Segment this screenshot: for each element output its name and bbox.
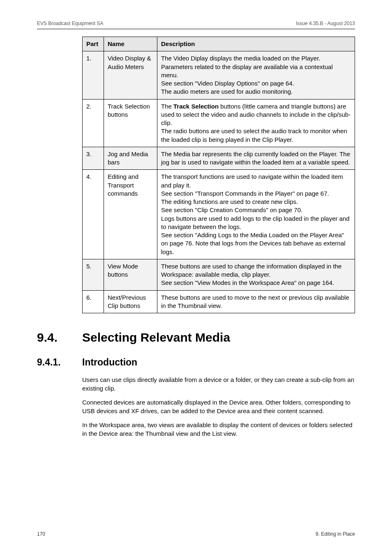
cell-part: 1. <box>83 51 104 99</box>
body-paragraph: Connected devices are automatically disp… <box>82 398 355 415</box>
running-header: EVS Broadcast Equipment SA Issue 4.35.B … <box>37 21 355 29</box>
cell-desc: The Video Diplay displays the media load… <box>157 51 355 99</box>
footer-section: 9. Editing in Place <box>316 531 355 537</box>
cell-part: 4. <box>83 170 104 259</box>
cell-desc: These buttons are used to move to the ne… <box>157 290 355 313</box>
cell-name: Track Selection buttons <box>104 99 157 147</box>
cell-desc: These buttons are used to change the inf… <box>157 259 355 290</box>
header-left: EVS Broadcast Equipment SA <box>37 21 103 26</box>
cell-name: Editing and Transport commands <box>104 170 157 259</box>
table-row: 3. Jog and Media bars The Media bar repr… <box>83 147 355 170</box>
table-row: 2. Track Selection buttons The Track Sel… <box>83 99 355 147</box>
page-number: 170 <box>37 531 45 537</box>
cell-name: Jog and Media bars <box>104 147 157 170</box>
cell-name: Next/Previous Clip buttons <box>104 290 157 313</box>
section-heading-9-4-1: 9.4.1. Introduction <box>37 357 355 368</box>
heading-title: Introduction <box>82 357 137 368</box>
table-row: 6. Next/Previous Clip buttons These butt… <box>83 290 355 313</box>
cell-part: 6. <box>83 290 104 313</box>
heading-title: Selecting Relevant Media <box>82 331 230 345</box>
cell-part: 2. <box>83 99 104 147</box>
th-description: Description <box>157 37 355 51</box>
body-paragraph: Users can use clips directly available f… <box>82 375 355 393</box>
cell-part: 5. <box>83 259 104 290</box>
cell-part: 3. <box>83 147 104 170</box>
section-heading-9-4: 9.4. Selecting Relevant Media <box>37 331 355 345</box>
th-part: Part <box>83 37 104 51</box>
table-row: 1. Video Display & Audio Meters The Vide… <box>83 51 355 99</box>
desc-bold: Track Selection <box>173 103 219 110</box>
table-row: 5. View Mode buttons These buttons are u… <box>83 259 355 290</box>
cell-desc: The transport functions are used to navi… <box>157 170 355 259</box>
body-paragraph: In the Workspace area, two views are ava… <box>82 421 355 438</box>
parts-table: Part Name Description 1. Video Display &… <box>82 37 355 313</box>
cell-desc: The Track Selection buttons (little came… <box>157 99 355 147</box>
header-right: Issue 4.35.B - August 2013 <box>296 21 355 26</box>
desc-pre: The <box>161 103 173 110</box>
page-footer: 170 9. Editing in Place <box>37 531 355 537</box>
th-name: Name <box>104 37 157 51</box>
cell-name: View Mode buttons <box>104 259 157 290</box>
heading-number: 9.4. <box>37 331 82 345</box>
heading-number: 9.4.1. <box>37 357 82 368</box>
table-row: 4. Editing and Transport commands The tr… <box>83 170 355 259</box>
cell-name: Video Display & Audio Meters <box>104 51 157 99</box>
cell-desc: The Media bar represents the clip curren… <box>157 147 355 170</box>
